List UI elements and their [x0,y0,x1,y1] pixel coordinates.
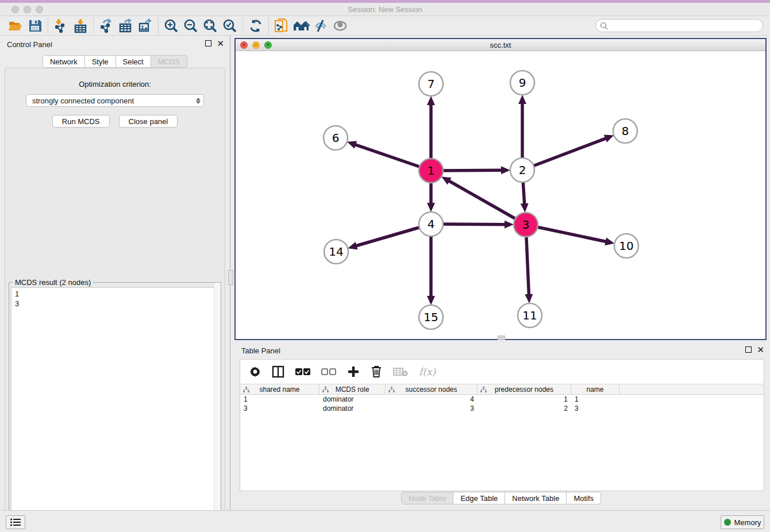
import-network-button[interactable] [51,17,71,34]
edge-3-1[interactable] [448,180,526,225]
column-header-successor-nodes[interactable]: successor nodes [386,384,478,394]
network-resize-grip[interactable] [498,336,505,340]
close-panel-button[interactable]: Close panel [119,115,178,128]
column-header-shared-name[interactable]: shared name [240,384,319,394]
hierarchy-icon [388,387,395,393]
zoom-selected-icon [222,18,237,33]
zoom-out-icon [183,18,198,33]
memory-status-icon [724,519,731,526]
control-panel-title: Control Panel [7,40,52,49]
column-header-name[interactable]: name [571,384,619,394]
tab-edge-table[interactable]: Edge Table [453,492,505,504]
export-image-icon [138,18,153,33]
toolbar-separator [242,18,243,34]
column-header-mcds-role[interactable]: MCDS role [319,384,386,394]
select-all-checkboxes-icon[interactable] [295,368,310,376]
select-stepper-icon [196,98,201,104]
deselect-all-checkboxes-icon[interactable] [321,368,336,376]
add-row-icon[interactable] [347,365,360,378]
mcds-result-group: MCDS result (2 nodes) 1 3 [9,282,221,532]
zoom-in-button[interactable] [161,17,181,34]
tab-motifs[interactable]: Motifs [567,492,601,504]
tab-network-table[interactable]: Network Table [505,492,567,504]
clone-network-button[interactable] [272,17,291,34]
tab-select[interactable]: Select [116,55,151,68]
search-field[interactable] [595,19,763,32]
search-input[interactable] [610,22,763,30]
app-titlebar: Session: New Session [0,3,770,16]
first-neighbors-button[interactable] [291,17,311,34]
float-table-panel-icon[interactable] [745,346,752,353]
app-title: Session: New Session [0,5,770,14]
table-row[interactable]: 3 dominator 3 2 3 [240,404,764,413]
tab-node-table[interactable]: Node Table [401,492,454,504]
hide-selected-button[interactable] [311,17,330,34]
node-label-9: 9 [519,76,526,90]
network-canvas[interactable]: 7968124314101511 [236,51,765,339]
toggle-columns-icon[interactable] [272,365,284,378]
hierarchy-icon [243,387,249,393]
network-window-title: scc.txt [236,41,765,49]
settings-gear-icon[interactable] [249,366,261,377]
network-window-titlebar[interactable]: × − + scc.txt [236,39,765,51]
hide-eye-icon [313,18,328,33]
float-panel-icon[interactable] [205,40,211,47]
control-panel: Control Panel ✕ Network Style Select MCD… [0,36,230,510]
node-label-2: 2 [519,163,526,177]
node-label-4: 4 [428,217,435,231]
node-label-8: 8 [622,124,629,138]
save-session-button[interactable] [25,17,45,34]
mcds-result-scrollbar[interactable] [214,283,221,532]
close-table-panel-icon[interactable]: ✕ [757,346,764,353]
open-session-button[interactable] [6,17,25,34]
clone-network-icon [274,18,289,33]
delete-row-icon[interactable] [371,365,382,378]
zoom-out-button[interactable] [181,17,201,34]
zoom-fit-button[interactable] [201,17,220,34]
column-header-predecessor-nodes[interactable]: predecessor nodes [478,384,571,394]
refresh-view-button[interactable] [246,17,265,34]
table-header-row: shared name MCDS role successor nodes pr… [240,384,764,395]
import-table-button[interactable] [71,17,90,34]
run-mcds-button[interactable]: Run MCDS [52,115,110,128]
task-history-button[interactable] [6,515,25,529]
function-builder-icon[interactable]: f(x) [419,366,436,377]
open-folder-icon [8,18,23,33]
tab-network[interactable]: Network [43,55,85,68]
node-label-6: 6 [332,131,340,145]
optimization-criterion-label: Optimization criterion: [5,80,225,88]
close-panel-icon[interactable]: ✕ [217,40,224,47]
export-network-button[interactable] [97,17,116,34]
export-table-icon [118,18,133,33]
control-panel-tabs: Network Style Select MCDS [0,55,230,68]
table-row[interactable]: 1 dominator 4 1 1 [240,395,764,404]
criterion-select[interactable]: strongly connected component [26,94,204,107]
main-toolbar [0,16,770,36]
houses-icon [292,18,310,33]
delete-table-icon[interactable] [393,367,408,376]
zoom-in-icon [164,18,179,33]
show-all-button[interactable] [330,17,350,34]
mcds-result-text[interactable]: 1 3 [11,287,219,532]
tab-mcds[interactable]: MCDS [151,55,187,68]
network-graph[interactable]: 7968124314101511 [236,51,765,340]
node-label-3: 3 [522,218,530,232]
list-icon [10,518,21,527]
export-image-button[interactable] [136,17,155,34]
save-icon [28,18,43,33]
export-table-button[interactable] [116,17,136,34]
node-table-card: f(x) shared name MCDS role successor nod… [240,359,764,491]
splitter-grip[interactable] [228,270,233,285]
table-panel: Table Panel ✕ f(x) shared name MCDS role [232,342,770,510]
memory-button[interactable]: Memory [721,515,764,529]
tab-style[interactable]: Style [85,55,116,68]
edge-2-8[interactable] [522,138,607,170]
panel-splitter[interactable] [230,36,232,510]
search-icon [600,22,608,30]
table-toolbar: f(x) [240,360,764,384]
control-panel-header: Control Panel ✕ [0,36,230,53]
table-panel-title: Table Panel [241,346,280,355]
toolbar-separator [268,18,269,34]
zoom-selected-button[interactable] [220,17,240,34]
node-label-10: 10 [619,239,633,253]
